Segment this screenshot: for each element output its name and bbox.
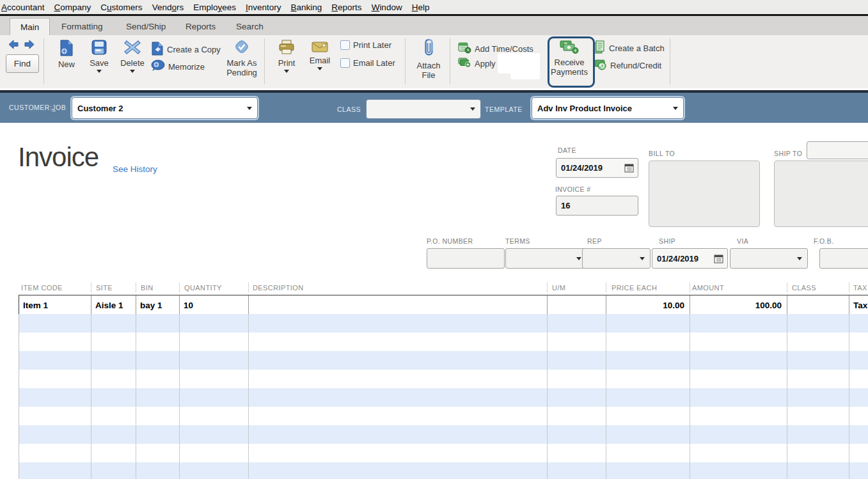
empty-cell[interactable] bbox=[606, 444, 690, 462]
cell-class[interactable] bbox=[787, 295, 849, 315]
empty-cell[interactable] bbox=[19, 351, 91, 370]
empty-cell[interactable] bbox=[91, 425, 136, 444]
refund-credit-button[interactable]: Refund/Credit bbox=[594, 58, 661, 72]
empty-cell[interactable] bbox=[606, 314, 690, 333]
forward-arrow-icon[interactable] bbox=[24, 40, 35, 52]
menu-window[interactable]: Window bbox=[372, 3, 402, 12]
cell-item-code[interactable]: Item 1 bbox=[19, 295, 91, 315]
empty-cell[interactable] bbox=[249, 370, 548, 388]
empty-cell[interactable] bbox=[249, 333, 548, 351]
cell-quantity[interactable]: 10 bbox=[180, 295, 249, 315]
empty-cell[interactable] bbox=[249, 351, 548, 370]
menu-accountant[interactable]: Accountant bbox=[1, 3, 45, 12]
empty-cell[interactable] bbox=[19, 333, 91, 351]
menu-reports[interactable]: Reports bbox=[331, 3, 361, 12]
empty-cell[interactable] bbox=[548, 444, 606, 462]
empty-cell[interactable] bbox=[19, 407, 91, 425]
empty-cell[interactable] bbox=[136, 407, 180, 425]
cell-site[interactable]: Aisle 1 bbox=[91, 295, 136, 315]
empty-cell[interactable] bbox=[180, 388, 249, 407]
empty-cell[interactable] bbox=[136, 462, 180, 479]
empty-cell[interactable] bbox=[787, 370, 849, 388]
print-button[interactable]: Print bbox=[272, 40, 301, 73]
empty-cell[interactable] bbox=[690, 370, 787, 388]
empty-cell[interactable] bbox=[787, 444, 849, 462]
empty-cell[interactable] bbox=[849, 370, 868, 388]
empty-table-row[interactable] bbox=[19, 444, 868, 462]
empty-table-row[interactable] bbox=[19, 462, 868, 479]
empty-cell[interactable] bbox=[180, 370, 249, 388]
empty-cell[interactable] bbox=[180, 462, 249, 479]
menu-company[interactable]: Company bbox=[54, 3, 91, 12]
empty-table-row[interactable] bbox=[19, 370, 868, 388]
menu-banking[interactable]: Banking bbox=[291, 3, 322, 12]
empty-cell[interactable] bbox=[849, 351, 868, 370]
bill-to-box[interactable] bbox=[649, 161, 760, 227]
empty-table-row[interactable] bbox=[19, 425, 868, 444]
print-dropdown-caret[interactable] bbox=[284, 70, 289, 73]
empty-cell[interactable] bbox=[548, 462, 606, 479]
email-later-checkbox-row[interactable]: Email Later bbox=[340, 58, 395, 68]
empty-cell[interactable] bbox=[849, 333, 868, 351]
empty-cell[interactable] bbox=[606, 462, 690, 479]
empty-cell[interactable] bbox=[91, 407, 136, 425]
empty-cell[interactable] bbox=[91, 351, 136, 370]
memorize-button[interactable]: Memorize bbox=[151, 59, 205, 74]
empty-cell[interactable] bbox=[19, 425, 91, 444]
empty-cell[interactable] bbox=[606, 425, 690, 444]
empty-cell[interactable] bbox=[136, 314, 180, 333]
menu-customers[interactable]: Customers bbox=[100, 3, 142, 12]
calendar-icon[interactable] bbox=[714, 254, 723, 263]
empty-cell[interactable] bbox=[849, 425, 868, 444]
print-later-checkbox-row[interactable]: Print Later bbox=[340, 40, 391, 50]
po-number-field[interactable] bbox=[427, 248, 505, 269]
empty-cell[interactable] bbox=[606, 333, 690, 351]
menu-vendors[interactable]: Vendors bbox=[152, 3, 184, 12]
empty-cell[interactable] bbox=[787, 333, 849, 351]
empty-table-row[interactable] bbox=[19, 314, 868, 333]
cell-bin[interactable]: bay 1 bbox=[136, 295, 180, 315]
find-button[interactable]: Find bbox=[6, 54, 39, 73]
empty-cell[interactable] bbox=[180, 425, 249, 444]
empty-cell[interactable] bbox=[787, 462, 849, 479]
empty-cell[interactable] bbox=[19, 314, 91, 333]
customer-job-combobox[interactable]: Customer 2 bbox=[72, 97, 258, 119]
empty-cell[interactable] bbox=[849, 407, 868, 425]
via-combobox[interactable] bbox=[730, 248, 808, 269]
tab-formatting[interactable]: Formatting bbox=[51, 18, 113, 35]
empty-cell[interactable] bbox=[849, 462, 868, 479]
empty-cell[interactable] bbox=[849, 444, 868, 462]
empty-cell[interactable] bbox=[787, 388, 849, 407]
empty-cell[interactable] bbox=[136, 425, 180, 444]
cell-price-each[interactable]: 10.00 bbox=[606, 295, 690, 315]
empty-cell[interactable] bbox=[91, 333, 136, 351]
empty-cell[interactable] bbox=[136, 444, 180, 462]
empty-cell[interactable] bbox=[249, 462, 548, 479]
ship-date-field[interactable]: 01/24/2019 bbox=[652, 248, 728, 269]
empty-cell[interactable] bbox=[849, 314, 868, 333]
empty-cell[interactable] bbox=[91, 462, 136, 479]
empty-cell[interactable] bbox=[180, 351, 249, 370]
calendar-icon[interactable] bbox=[624, 163, 634, 173]
empty-cell[interactable] bbox=[787, 425, 849, 444]
empty-cell[interactable] bbox=[136, 333, 180, 351]
empty-cell[interactable] bbox=[19, 462, 91, 479]
cell-um[interactable] bbox=[548, 295, 606, 315]
ship-to-box[interactable] bbox=[774, 161, 868, 227]
new-button[interactable]: New bbox=[53, 40, 80, 69]
email-button[interactable]: Email bbox=[306, 42, 334, 70]
empty-cell[interactable] bbox=[91, 370, 136, 388]
empty-cell[interactable] bbox=[787, 407, 849, 425]
empty-cell[interactable] bbox=[690, 351, 787, 370]
empty-cell[interactable] bbox=[180, 407, 249, 425]
empty-cell[interactable] bbox=[548, 351, 606, 370]
email-dropdown-caret[interactable] bbox=[317, 67, 322, 70]
empty-cell[interactable] bbox=[690, 333, 787, 351]
delete-button[interactable]: Delete bbox=[118, 40, 147, 73]
empty-cell[interactable] bbox=[180, 314, 249, 333]
empty-cell[interactable] bbox=[787, 314, 849, 333]
date-field[interactable]: 01/24/2019 bbox=[556, 158, 638, 178]
empty-cell[interactable] bbox=[548, 333, 606, 351]
empty-cell[interactable] bbox=[136, 388, 180, 407]
empty-cell[interactable] bbox=[548, 370, 606, 388]
